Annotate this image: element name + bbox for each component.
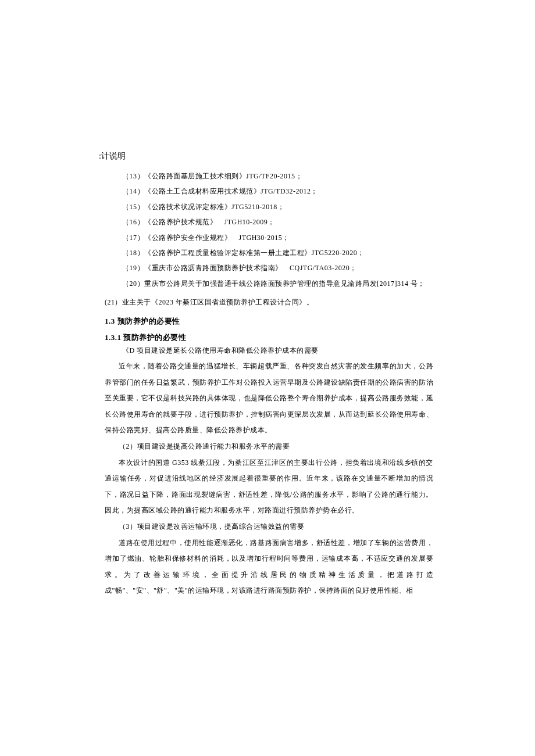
reference-item-21: (21）业主关于《2023 年綦江区国省道预防养护工程设计合同》。: [105, 295, 436, 310]
sub-point-2: （2）项目建设是提高公路通行能力和服务水平的需要: [105, 439, 436, 455]
reference-item: （16）《公路养护技术规范》 JTGH10-2009；: [122, 214, 436, 230]
paragraph-1: 近年来，随着公路交通量的迅猛增长、车辆超载严重、各种突发自然灾害的发生频率的加大…: [105, 359, 433, 439]
reference-item: （15）《公路技术状况评定标准》JTG5210-2018；: [122, 199, 436, 214]
reference-item: （13）《公路路面基层施工技术细则》JTG/TF20-2015；: [122, 169, 436, 184]
document-page: :计说明 （13）《公路路面基层施工技术细则》JTG/TF20-2015； （1…: [0, 0, 535, 657]
reference-item: （14）《公路土工合成材料应用技术规范》JTG/TD32-2012；: [122, 184, 436, 199]
partial-header-text: :计说明: [99, 151, 436, 162]
sub-point-3: （3）项目建设是改善运输环境，提高综合运输效益的需要: [105, 519, 436, 535]
heading-1-3: 1.3 预防养护的必要性: [105, 316, 436, 327]
paragraph-3: 道路在使用过程中，使用性能逐渐恶化，路基路面病害增多，舒适性差，增加了车辆的运营…: [105, 535, 433, 599]
reference-item: （18）《公路养护工程质量检验评定标准第一册土建工程》JTG5220-2020；: [122, 245, 436, 260]
reference-item: （17）《公路养护安全作业规程》 JTGH30-2015；: [122, 230, 436, 245]
paragraph-2: 本次设计的国道 G353 线綦江段，为綦江区至江津区的主要出行公路，担负着出境和…: [105, 455, 433, 519]
reference-item: （19）《重庆市公路沥青路面预防养护技术指南》 CQJTG/TA03-2020；: [122, 260, 436, 275]
heading-1-3-1: 1.3.1 预防养护的必要性: [105, 332, 436, 343]
reference-item: （20）重庆市公路局关于加强普通干线公路路面预养护管理的指导意见渝路局发[201…: [122, 276, 436, 291]
sub-point-d: 《D 项目建设是延长公路使用寿命和降低公路养护成本的需要: [105, 343, 436, 359]
